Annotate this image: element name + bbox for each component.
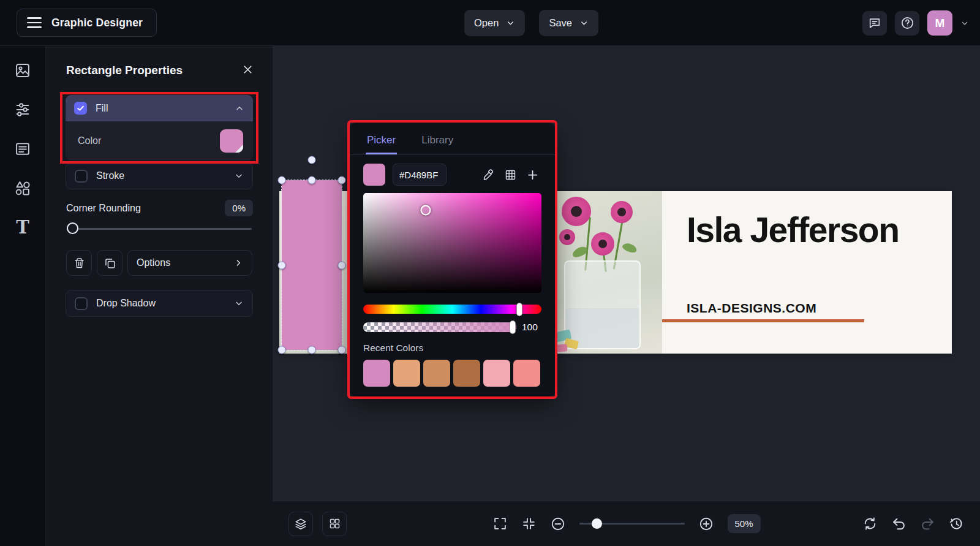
duplicate-button[interactable]	[97, 250, 123, 276]
recent-color-swatch[interactable]	[423, 360, 450, 387]
hex-input[interactable]	[393, 164, 447, 186]
shapes-tool[interactable]	[13, 178, 32, 200]
chevron-down-icon	[579, 18, 589, 28]
card-website-text[interactable]: ISLA-DESIGNS.COM	[687, 301, 816, 316]
recent-color-swatch[interactable]	[453, 360, 480, 387]
shapes-icon	[14, 180, 31, 197]
duplicate-icon	[104, 257, 116, 270]
card-accent-line[interactable]	[662, 319, 864, 322]
canvas[interactable]: Isla Jefferson ISLA-DESIGNS.COM Picker L…	[273, 46, 980, 501]
stroke-row[interactable]: Stroke	[66, 162, 253, 189]
rotate-handle[interactable]	[308, 156, 316, 164]
comments-button[interactable]	[862, 11, 887, 36]
fill-color-swatch[interactable]	[220, 129, 243, 153]
redo-button[interactable]	[920, 516, 935, 531]
chevron-right-icon	[233, 258, 243, 268]
history-button[interactable]	[949, 516, 964, 531]
tab-library[interactable]: Library	[420, 123, 454, 154]
adjustments-icon	[14, 101, 31, 118]
zoom-slider-knob[interactable]	[592, 518, 602, 529]
resize-handle-middle-right[interactable]	[338, 261, 346, 269]
menu-icon[interactable]	[27, 17, 42, 28]
swatch-grid-button[interactable]	[501, 165, 519, 184]
drop-shadow-checkbox[interactable]	[75, 297, 88, 310]
recent-colors	[363, 360, 541, 387]
fill-checkbox[interactable]	[74, 102, 87, 115]
card-white-panel[interactable]: Isla Jefferson ISLA-DESIGNS.COM	[662, 191, 952, 354]
adjust-tool[interactable]	[13, 100, 32, 121]
app-menu[interactable]: Graphic Designer	[17, 9, 157, 37]
drop-shadow-row[interactable]: Drop Shadow	[66, 290, 253, 317]
close-panel-button[interactable]	[240, 62, 255, 79]
selected-rectangle[interactable]	[281, 180, 342, 351]
card-name-text[interactable]: Isla Jefferson	[687, 212, 913, 248]
chevron-down-icon	[234, 171, 244, 181]
sv-cursor[interactable]	[420, 205, 431, 215]
zoom-level[interactable]: 50%	[727, 514, 760, 533]
alpha-slider[interactable]	[363, 322, 516, 332]
resize-handle-bottom-right[interactable]	[338, 346, 346, 354]
stroke-checkbox[interactable]	[75, 170, 88, 183]
avatar[interactable]: M	[927, 10, 952, 36]
resize-handle-bottom-center[interactable]	[308, 346, 316, 354]
zoom-in-button[interactable]	[698, 516, 714, 532]
slider-knob[interactable]	[67, 222, 78, 234]
open-button[interactable]: Open	[464, 10, 525, 36]
rectangle-shape[interactable]	[282, 180, 342, 350]
templates-tool[interactable]	[13, 139, 32, 161]
fill-header[interactable]: Fill	[66, 95, 253, 121]
plus-icon	[526, 169, 539, 181]
save-label: Save	[549, 17, 572, 29]
shape-actions: Options	[66, 250, 252, 276]
options-button[interactable]: Options	[127, 250, 252, 276]
fit-screen-button[interactable]	[521, 516, 536, 531]
tool-rail: T	[0, 46, 46, 546]
sync-button[interactable]	[862, 516, 878, 531]
corner-rounding-row: Corner Rounding 0%	[66, 200, 253, 216]
resize-handle-bottom-left[interactable]	[278, 346, 286, 354]
recent-color-swatch[interactable]	[363, 360, 390, 387]
recent-color-swatch[interactable]	[393, 360, 420, 387]
resize-handle-top-right[interactable]	[338, 176, 346, 184]
grid-view-button[interactable]	[322, 512, 347, 536]
slider-track[interactable]	[67, 228, 252, 230]
options-label: Options	[137, 257, 170, 268]
hue-slider[interactable]	[363, 305, 541, 314]
zoom-slider[interactable]	[579, 518, 684, 530]
app-title: Graphic Designer	[51, 17, 143, 29]
account-menu-button[interactable]	[960, 19, 969, 28]
flower	[559, 229, 575, 245]
layers-button[interactable]	[288, 512, 313, 536]
chevron-down-icon	[234, 298, 244, 308]
save-button[interactable]: Save	[539, 10, 598, 36]
undo-button[interactable]	[891, 516, 907, 531]
zoom-out-button[interactable]	[549, 516, 565, 532]
resize-handle-middle-left[interactable]	[278, 261, 286, 269]
history-icon	[949, 516, 964, 531]
zoom-controls: 50%	[492, 514, 760, 533]
drop-shadow-label: Drop Shadow	[96, 298, 156, 309]
resize-handle-top-center[interactable]	[308, 176, 316, 184]
resize-handle-top-left[interactable]	[278, 176, 286, 184]
recent-color-swatch[interactable]	[483, 360, 510, 387]
alpha-handle[interactable]	[510, 320, 516, 334]
saturation-brightness-area[interactable]	[363, 193, 541, 293]
images-tool[interactable]	[13, 61, 32, 82]
history-controls	[862, 516, 964, 531]
view-buttons	[288, 512, 347, 536]
tab-picker[interactable]: Picker	[366, 123, 397, 154]
grid-icon	[328, 517, 341, 530]
hue-handle[interactable]	[516, 303, 522, 316]
recent-color-swatch[interactable]	[513, 360, 540, 387]
delete-button[interactable]	[66, 250, 92, 276]
corner-rounding-slider[interactable]	[67, 222, 252, 235]
help-button[interactable]	[895, 11, 919, 36]
alpha-value: 100	[522, 322, 538, 333]
corner-rounding-value[interactable]: 0%	[225, 200, 253, 216]
text-tool[interactable]: T	[15, 218, 31, 238]
add-color-button[interactable]	[523, 165, 541, 184]
fullscreen-button[interactable]	[492, 516, 507, 531]
image-icon	[14, 62, 31, 79]
eyedropper-button[interactable]	[479, 165, 497, 184]
close-icon	[241, 63, 254, 76]
